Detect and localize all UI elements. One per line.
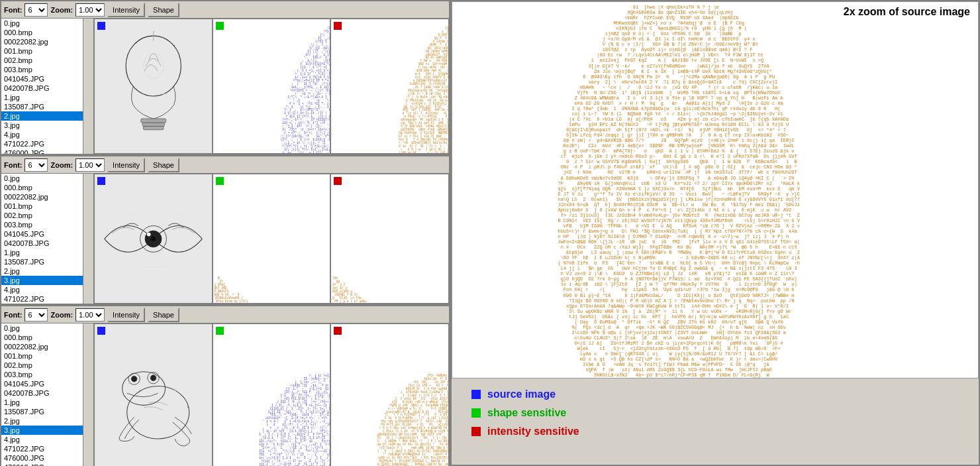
legend-source: source image: [471, 388, 959, 400]
file-list-1-container: 0.jpg000.bmp00022082.jpg001.bmp002.bmp00…: [1, 19, 94, 154]
file-list-item[interactable]: 471022.JPG: [1, 444, 83, 453]
intensity-button-3[interactable]: Intensity: [107, 308, 145, 322]
ascii-intensity-2: (Bn G7 gg`: [330, 174, 449, 304]
shape-button-1[interactable]: Shape: [148, 3, 179, 17]
zoom-label-2: Zoom:: [50, 161, 73, 169]
left-panels: Font: 6810 Zoom: 1.002.00 Intensity Shap…: [0, 0, 450, 466]
file-list-item[interactable]: 135087.JPG: [1, 407, 83, 416]
panel-2-content: 0.jpg000.bmp00022082.jpg001.bmp002.bmp00…: [1, 174, 449, 304]
ascii-shape-3: /. { i| \+l) [ ]"I/] il II -)>It[- +~' ;…: [213, 323, 331, 466]
zoom-title: 2x zoom of source image: [844, 6, 970, 18]
file-list-item[interactable]: 041045.JPG: [1, 229, 83, 239]
shape-button-3[interactable]: Shape: [148, 308, 179, 322]
file-list-item[interactable]: 003.bmp: [1, 220, 83, 229]
file-list-item[interactable]: 0.jpg: [1, 19, 83, 28]
scrollbar-1[interactable]: [83, 19, 93, 154]
file-list-item[interactable]: 0.jpg: [1, 323, 83, 333]
file-list-item[interactable]: 041045.JPG: [1, 74, 83, 84]
file-list-item[interactable]: 00022082.jpg: [1, 37, 83, 46]
file-list-item[interactable]: 2.jpg: [1, 266, 83, 276]
file-list-item[interactable]: 4.jpg: [1, 130, 83, 139]
source-image-2: [94, 174, 213, 304]
shape-legend-label: shape sensitive: [487, 407, 566, 419]
zoom-select-3[interactable]: 1.002.00: [75, 308, 105, 321]
legend-shape: shape sensitive: [471, 407, 959, 419]
file-list-item[interactable]: 3.jpg: [1, 276, 83, 285]
scrollbar-3[interactable]: [83, 323, 93, 466]
legend-area: source image shape sensitive intensity s…: [452, 379, 979, 465]
source-image-3: [94, 323, 213, 466]
intensity-legend-label: intensity sensitive: [487, 426, 579, 437]
scrollbar-2[interactable]: [83, 174, 93, 304]
blue-dot-3: [97, 327, 105, 335]
file-list-item[interactable]: 476000.JPG: [1, 148, 83, 154]
font-select-3[interactable]: 6810: [24, 308, 48, 321]
file-list-item[interactable]: 042007B.JPG: [1, 84, 83, 93]
ascii-intensity-1: IIehW*K1 } As 89| M% [5@ q f 1 %6J z S /…: [330, 19, 449, 154]
toolbar-1: Font: 6810 Zoom: 1.002.00 Intensity Shap…: [1, 1, 449, 19]
file-list-2-container: 0.jpg000.bmp00022082.jpg001.bmp002.bmp00…: [1, 174, 94, 304]
zoom-select-1[interactable]: 1.002.00: [75, 3, 105, 17]
blue-dot-1: [97, 22, 105, 30]
source-legend-dot: [471, 390, 481, 399]
font-select-1[interactable]: 6810: [24, 3, 48, 17]
file-list-item[interactable]: 000.bmp: [1, 183, 83, 192]
file-list-item[interactable]: 4.jpg: [1, 285, 83, 294]
file-list-item[interactable]: 003.bmp: [1, 370, 83, 379]
file-list-item[interactable]: 000.bmp: [1, 333, 83, 342]
file-list-item[interactable]: 001.bmp: [1, 46, 83, 56]
image-panels-2: B 1r: [94, 174, 449, 304]
file-list-item[interactable]: 002.bmp: [1, 211, 83, 220]
file-list-item[interactable]: 3.jpg: [1, 426, 83, 435]
legend-intensity: intensity sensitive: [471, 426, 959, 437]
file-list-item[interactable]: 1.jpg: [1, 93, 83, 102]
blue-dot-2: [97, 177, 105, 185]
zoom-select-2[interactable]: 1.002.00: [75, 158, 105, 172]
green-dot-2: [216, 177, 224, 185]
file-list-item[interactable]: 002.bmp: [1, 361, 83, 370]
file-list-item[interactable]: 001.bmp: [1, 202, 83, 211]
shape-button-2[interactable]: Shape: [148, 158, 179, 172]
file-list-item[interactable]: 003.bmp: [1, 65, 83, 74]
file-list-item[interactable]: 000.bmp: [1, 28, 83, 37]
file-list-item[interactable]: 1.jpg: [1, 248, 83, 257]
red-dot-1: [334, 22, 342, 30]
file-list-item[interactable]: 001.bmp: [1, 351, 83, 361]
panel-3-content: 0.jpg000.bmp00022082.jpg001.bmp002.bmp00…: [1, 323, 449, 466]
svg-point-16: [150, 375, 156, 380]
svg-point-0: [126, 36, 181, 96]
ascii-shape-2: B 1r: [213, 174, 331, 304]
file-list-item[interactable]: 002.bmp: [1, 56, 83, 65]
file-list-item[interactable]: 00022082.jpg: [1, 342, 83, 351]
file-list-1[interactable]: 0.jpg000.bmp00022082.jpg001.bmp002.bmp00…: [1, 19, 83, 154]
file-list-item[interactable]: 135087.JPG: [1, 102, 83, 111]
file-list-item[interactable]: 042007B.JPG: [1, 239, 83, 248]
zoom-label-3: Zoom:: [50, 311, 73, 319]
file-list-item[interactable]: 2.jpg: [1, 416, 83, 426]
file-list-item[interactable]: 476000.JPG: [1, 453, 83, 463]
file-list-item[interactable]: 042007B.JPG: [1, 388, 83, 398]
intensity-button-1[interactable]: Intensity: [107, 3, 145, 17]
svg-rect-2: [142, 123, 164, 126]
image-panels-1: !ll( \ i .{,i< ! I{1{> } { .lf !?l t>[+ …: [94, 19, 449, 154]
file-list-item[interactable]: 476012.JPG: [1, 463, 83, 466]
font-select-2[interactable]: 6810: [24, 158, 48, 172]
svg-point-14: [131, 376, 137, 382]
file-list-item[interactable]: 135087.JPG: [1, 257, 83, 266]
svg-point-11: [127, 386, 189, 439]
file-list-3[interactable]: 0.jpg000.bmp00022082.jpg001.bmp002.bmp00…: [1, 323, 83, 466]
file-list-item[interactable]: 471022.JPG: [1, 294, 83, 304]
file-list-item[interactable]: 2.jpg: [1, 111, 83, 121]
font-label-2: Font:: [4, 161, 22, 169]
file-list-item[interactable]: 4.jpg: [1, 435, 83, 444]
file-list-item[interactable]: 1.jpg: [1, 398, 83, 407]
toolbar-2: Font: 6810 Zoom: 1.002.00 Intensity Shap…: [1, 156, 449, 174]
file-list-item[interactable]: 041045.JPG: [1, 379, 83, 388]
file-list-item[interactable]: 00022082.jpg: [1, 192, 83, 202]
file-list-item[interactable]: 0.jpg: [1, 174, 83, 183]
file-list-2[interactable]: 0.jpg000.bmp00022082.jpg001.bmp002.bmp00…: [1, 174, 83, 304]
file-list-item[interactable]: 3.jpg: [1, 121, 83, 130]
file-list-item[interactable]: 471022.JPG: [1, 139, 83, 148]
intensity-button-2[interactable]: Intensity: [107, 158, 145, 172]
zoom-label-1: Zoom:: [50, 6, 73, 14]
